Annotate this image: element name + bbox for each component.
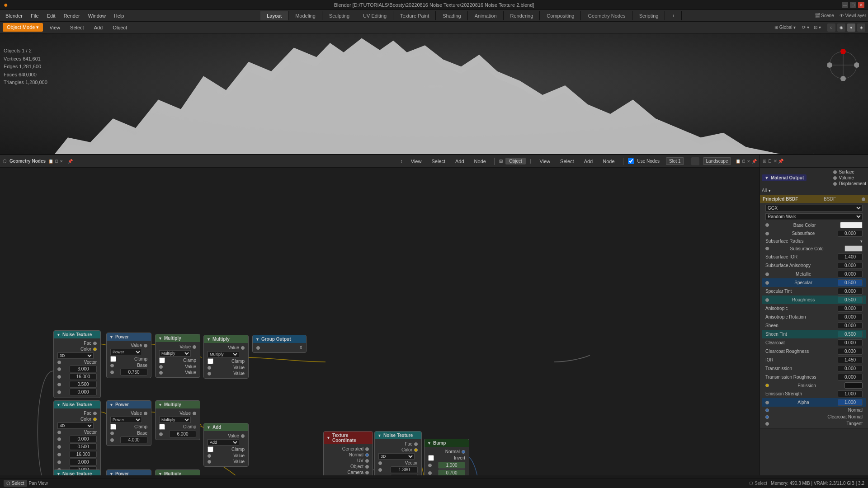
- noise-mat-scale-input[interactable]: [391, 466, 418, 473]
- noise2-dimension-select[interactable]: 4D: [57, 422, 94, 429]
- principled-specular-val[interactable]: 0.500: [838, 279, 863, 286]
- noise1-roughness-input[interactable]: [70, 381, 97, 388]
- object-btn[interactable]: Object: [505, 158, 526, 164]
- node-header-node[interactable]: Node: [599, 158, 618, 165]
- tab-layout[interactable]: Layout: [260, 11, 288, 20]
- shading-solid-btn[interactable]: ○: [827, 23, 835, 32]
- menu-blender[interactable]: Blender: [2, 12, 26, 19]
- tab-sculpting[interactable]: Sculpting: [323, 11, 356, 20]
- power2-exponent-input[interactable]: [120, 436, 147, 443]
- shading-wire-btn[interactable]: ◉: [837, 23, 845, 32]
- power1-clamp-checkbox[interactable]: [110, 356, 116, 362]
- power2-clamp-checkbox[interactable]: [110, 424, 116, 430]
- menu-file[interactable]: File: [27, 12, 42, 19]
- power1-mode-select[interactable]: Power: [110, 349, 142, 355]
- noise-texture-mat-node[interactable]: ▼ Noise Texture Fac Color: [374, 431, 422, 475]
- tab-animation[interactable]: Animation: [468, 11, 504, 20]
- principled-clearcoat-rough-val[interactable]: 0.030: [838, 348, 863, 355]
- noise-mat-dimension-select[interactable]: 3D: [378, 453, 415, 460]
- principled-roughness-val[interactable]: 0.500: [838, 296, 863, 303]
- node-select-menu[interactable]: Select: [428, 158, 449, 165]
- noise-texture-2-node[interactable]: ▼ Noise Texture Fac Color: [53, 400, 101, 475]
- texture-coord-node[interactable]: ▼ Texture Coordinate Generated Normal: [323, 431, 373, 475]
- principled-sheen-val[interactable]: 0.000: [838, 322, 863, 329]
- noise-mat-detail-input[interactable]: [391, 474, 418, 475]
- power-2-node[interactable]: ▼ Power Value Power: [106, 400, 151, 446]
- principled-anisotropic-val[interactable]: 0.000: [838, 305, 863, 312]
- principled-subsurface-method-select[interactable]: Random Walk: [765, 213, 863, 220]
- menu-help[interactable]: Help: [110, 12, 128, 19]
- noise1-dimension-select[interactable]: 3D: [57, 352, 94, 359]
- noise1-detail-input[interactable]: [70, 373, 97, 380]
- bump-distance-input[interactable]: [438, 469, 465, 475]
- principled-subsurf-radius-dropdown-icon[interactable]: ▾: [860, 239, 863, 244]
- node-editor[interactable]: ⬡ Geometry Nodes 📋 🗒 ✕ 📌 ↕ View Select A…: [0, 155, 760, 475]
- viewport-add-menu[interactable]: Add: [90, 24, 107, 31]
- principled-sheen-tint-val[interactable]: 0.500: [838, 331, 863, 338]
- principled-alpha-val[interactable]: 1.000: [838, 399, 863, 406]
- status-select-btn[interactable]: ⬡ Select: [4, 480, 27, 487]
- bump-node[interactable]: ▼ Bump Normal Invert: [424, 439, 469, 475]
- viewport-select-menu[interactable]: Select: [66, 24, 88, 31]
- close-btn[interactable]: ✕: [858, 2, 864, 8]
- use-nodes-checkbox[interactable]: [628, 158, 634, 164]
- tab-texture-paint[interactable]: Texture Paint: [394, 11, 436, 20]
- principled-metallic-val[interactable]: 0.000: [838, 271, 863, 277]
- multiply-1-node[interactable]: ▼ Multiply Value Multiply: [155, 334, 200, 378]
- multiply1b-mode-select[interactable]: Multiply: [208, 351, 239, 357]
- add-node[interactable]: ▼ Add Value Add: [203, 423, 249, 467]
- power2-mode-select[interactable]: Power: [110, 417, 142, 423]
- node-view-menu[interactable]: View: [407, 158, 425, 165]
- noise1-distortion-input[interactable]: [70, 389, 97, 395]
- multiply-2-node[interactable]: ▼ Multiply Value Multiply: [155, 400, 200, 440]
- node-node-menu[interactable]: Node: [471, 158, 490, 165]
- menu-window[interactable]: Window: [85, 12, 109, 19]
- node-add-menu[interactable]: Add: [452, 158, 468, 165]
- multiply1-mode-select[interactable]: Multiply: [159, 350, 191, 357]
- multiply2-mode-select[interactable]: Multiply: [159, 417, 191, 423]
- menu-render[interactable]: Render: [60, 12, 84, 19]
- principled-clearcoat-val[interactable]: 0.000: [838, 339, 863, 346]
- principled-aniso-rot-val[interactable]: 0.000: [838, 314, 863, 320]
- tab-shading[interactable]: Shading: [436, 11, 467, 20]
- tab-modeling[interactable]: Modeling: [289, 11, 322, 20]
- viewport-gizmo[interactable]: [827, 49, 859, 81]
- multiply-1b-node[interactable]: ▼ Multiply Value Multiply: [203, 335, 249, 379]
- viewport-3d[interactable]: Objects 1 / 2 Vertices 641,601 Edges 1,2…: [0, 33, 868, 155]
- principled-distribution-select[interactable]: GGX: [765, 205, 863, 211]
- power-3-node[interactable]: ▼ Power Value Power: [106, 469, 151, 475]
- noise2-roughness-input[interactable]: [70, 459, 97, 465]
- multiply2-value-input[interactable]: [169, 431, 196, 437]
- multiply2-clamp-checkbox[interactable]: [159, 424, 165, 430]
- slot-dropdown[interactable]: Slot 1: [666, 157, 684, 165]
- multiply-3-node[interactable]: ▼ Multiply Value Multiply: [155, 469, 200, 475]
- multiply1-clamp-checkbox[interactable]: [159, 357, 165, 363]
- tab-scripting[interactable]: Scripting: [633, 11, 665, 20]
- shading-material-btn[interactable]: ●: [847, 23, 855, 32]
- tab-compositing[interactable]: Compositing: [540, 11, 581, 20]
- noise2-detail-input[interactable]: [70, 451, 97, 458]
- node-header-add[interactable]: Add: [580, 158, 597, 165]
- tab-geometry-nodes[interactable]: Geometry Nodes: [581, 11, 632, 20]
- viewport-object-menu[interactable]: Object: [109, 24, 131, 31]
- group-output-node[interactable]: ▼ Group Output X: [252, 335, 307, 353]
- principled-subsurface-val[interactable]: 0.000: [838, 230, 863, 237]
- bump-strength-input[interactable]: [438, 462, 465, 469]
- power-1-node[interactable]: ▼ Power Value Power: [106, 333, 151, 378]
- principled-ior-val[interactable]: 1.450: [838, 357, 863, 363]
- tab-add[interactable]: +: [665, 11, 681, 20]
- principled-basecolor-swatch[interactable]: [840, 222, 863, 228]
- viewport-view-menu[interactable]: View: [46, 24, 64, 31]
- node-header-view[interactable]: View: [536, 158, 554, 165]
- menu-edit[interactable]: Edit: [43, 12, 59, 19]
- add-mode-select[interactable]: Add: [208, 439, 239, 446]
- noise-texture-1-node[interactable]: ▼ Noise Texture Fac Color: [53, 330, 101, 398]
- principled-emission-str-val[interactable]: 1.000: [838, 390, 863, 397]
- multiply1b-clamp-checkbox[interactable]: [208, 358, 213, 364]
- node-canvas[interactable]: ▼ Group Input Vector ▼ Noise Texture: [0, 168, 760, 475]
- noise2-w-input[interactable]: [70, 436, 97, 442]
- principled-transmission-val[interactable]: 0.000: [838, 365, 863, 372]
- landscape-dropdown[interactable]: Landscape: [703, 157, 731, 165]
- maximize-btn[interactable]: □: [850, 2, 856, 8]
- noise2-scale-input[interactable]: [70, 443, 97, 450]
